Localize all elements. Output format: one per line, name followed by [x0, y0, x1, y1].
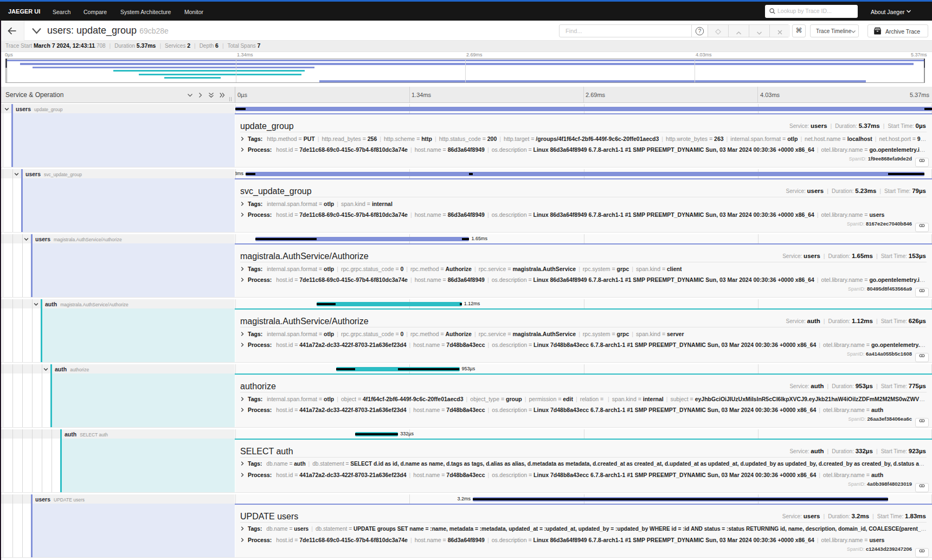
svg-text:?: ?: [698, 28, 702, 34]
